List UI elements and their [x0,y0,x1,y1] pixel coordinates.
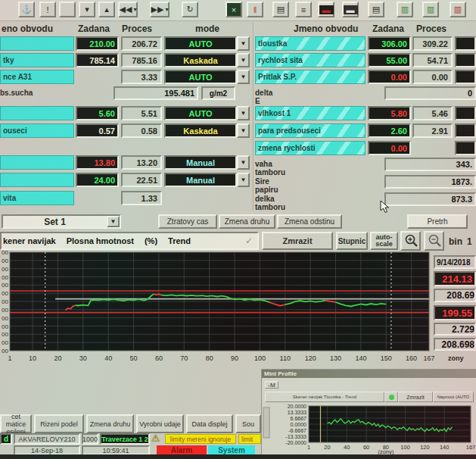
set-select[interactable]: Set 1 ▼ [2,214,121,229]
loop-label-field[interactable]: vlhkost 1 [255,106,366,120]
loop-label-field[interactable]: para predsouseci [255,123,366,138]
device-green-icon[interactable]: ▥ [397,2,413,17]
left-header-zadana: Zadana [78,23,110,34]
loop-label-field[interactable]: rychlost sita [255,53,366,67]
fast-forward-icon[interactable]: ▶▶▾ [150,2,170,17]
loop-label-field[interactable]: vita [0,191,74,205]
zoom-in-button[interactable] [400,231,421,251]
loop-label-field[interactable]: nce A31 [0,70,74,84]
ztratovy-cas-button[interactable]: Ztratovy cas [158,214,217,229]
trend-title-unit: (%) [145,236,157,245]
caret-down-icon[interactable]: ▾ [133,6,136,13]
anchor-icon[interactable]: ⚓ [18,2,35,17]
scope-display-icon[interactable]: ▬ [342,2,359,17]
mode-select[interactable]: Kaskada [164,53,237,67]
setpoint-box[interactable]: 24.00 [76,173,119,187]
mode-dropdown-arrow-icon[interactable]: ▼ [237,53,250,67]
setpoint-box[interactable]: 5.60 [76,106,119,120]
bars-icon[interactable]: ‖ [247,2,263,17]
zmrazit-button[interactable]: Zmrazit [262,232,333,250]
mode-select[interactable]: Manual [164,173,237,187]
mode-select[interactable]: AUTO [164,36,237,51]
bin-value[interactable]: 1 [467,236,472,247]
mode-select[interactable] [455,141,476,155]
bars-icon-glyph: ‖ [254,5,257,14]
mode-dropdown-arrow-icon[interactable]: ▼ [237,155,250,170]
matrix-dark-icon[interactable]: × [226,2,242,17]
mode-dropdown-arrow-icon[interactable]: ▼ [237,70,250,84]
loop-label-field[interactable] [0,155,74,170]
mini-profile-window[interactable]: Mini Profile -M Skener navijak Tloustka … [261,369,476,456]
setpoint-box[interactable]: 210.00 [76,36,119,51]
mini-window-titlebar[interactable]: Mini Profile [262,370,476,378]
mode-dropdown-arrow-icon[interactable]: ▼ [237,36,250,51]
svg-text:00: 00 [2,258,8,264]
matrix-recalc-button[interactable]: cet matice esileni [0,414,32,433]
stupnic-button[interactable]: Stupnic [336,232,368,250]
blank-icon[interactable] [59,2,76,17]
loop-label-field[interactable]: Pritlak S.P. [255,70,366,84]
mode-select[interactable]: Kaskada [164,123,237,138]
loop-label-field[interactable]: tloustka [255,36,366,51]
mode-select[interactable]: AUTO [164,106,237,120]
mini-zmrazit-button[interactable]: Zmrazit [398,392,433,402]
mode-select[interactable] [455,70,476,84]
led-display-icon[interactable]: ▬ [318,2,334,17]
zoom-out-button[interactable] [424,231,444,251]
refresh-icon[interactable]: ↻ [182,2,198,17]
main-trend-chart[interactable]: 0000000000000000000000000011020304050607… [0,250,435,364]
loop-label-field[interactable] [0,106,74,120]
setpoint-box[interactable]: 0.57 [76,123,119,138]
setpoint-box[interactable]: 13.80 [76,155,119,170]
loop-label-field[interactable] [0,173,74,187]
fast-back-icon[interactable]: ◀◀▾ [118,2,138,17]
zmena-druhu-bottom-button[interactable]: Zmena druhu [86,414,134,433]
readonly-value-box: 0 [384,86,476,100]
dropdown-arrow-icon[interactable]: ▾ [79,2,95,17]
svg-text:00: 00 [2,339,8,346]
mode-dropdown-arrow-icon[interactable]: ▼ [237,173,250,187]
loop-label-field[interactable]: ouseci [0,123,74,138]
caret-down-icon[interactable]: ▾ [165,6,168,13]
main-trend-chart-svg: 0000000000000000000000000011020304050607… [0,250,435,364]
setpoint-box[interactable]: 0.00 [368,70,411,84]
limits-warning-2: limit [238,434,261,444]
mode-select[interactable] [455,53,476,67]
rizeni-podel-button[interactable]: Rizeni podel [34,414,84,433]
setpoint-box[interactable]: 785.14 [76,53,119,67]
vyrobni-udaje-button[interactable]: Vyrobni udaje [136,414,184,433]
autoscale-button[interactable]: auto- scale [370,232,398,250]
mode-select[interactable]: AUTO [164,70,237,84]
printer-icon[interactable]: ▤ [272,2,289,17]
mode-dropdown-arrow-icon[interactable]: ▼ [237,123,250,138]
mini-trend-chart[interactable]: 20.000013.33336.66670.0000-6.6667-13.333… [262,403,476,454]
setpoint-box[interactable]: 306.00 [368,36,411,51]
mode-select[interactable] [455,106,476,120]
mode-select[interactable] [455,123,476,138]
up-arrow-icon[interactable]: ▴ [98,2,115,17]
mode-select[interactable] [455,36,476,51]
zmena-odstinu-button[interactable]: Zmena odstinu [277,214,342,229]
mode-select[interactable]: Manual [164,155,237,170]
mini-napnout-button[interactable]: Napnout (AUTO [433,392,474,402]
zmena-druhu-button[interactable]: Zmena druhu [219,214,275,229]
setpoint-box[interactable]: 55.00 [368,53,411,67]
loop-label-field[interactable]: zmena rychlosti [255,141,366,155]
setpoint-box[interactable]: 2.60 [368,123,411,138]
loop-label-field[interactable]: tky [0,53,74,67]
device-red-icon[interactable]: ▥ [450,2,466,17]
pretrh-button[interactable]: Pretrh [407,214,468,229]
mode-dropdown-arrow-icon[interactable]: ▼ [237,106,250,120]
set-select-arrow-icon[interactable]: ▼ [107,216,120,227]
device-cabinet-icon[interactable]: ▥ [422,2,439,17]
soubory-button[interactable]: Sou [235,414,261,433]
checklist-icon[interactable]: ≡ [295,2,312,17]
svg-text:60: 60 [363,444,369,451]
loop-label-field[interactable] [0,36,74,51]
setpoint-box[interactable]: 0.00 [368,141,411,155]
data-displej-button[interactable]: Data displej [186,414,233,433]
mini-window-minimize-icon[interactable]: -M [265,381,278,389]
plotter-icon[interactable]: ▤ [368,2,384,17]
exclamation-icon[interactable]: ! [39,2,56,17]
setpoint-box[interactable]: 5.80 [368,106,411,120]
